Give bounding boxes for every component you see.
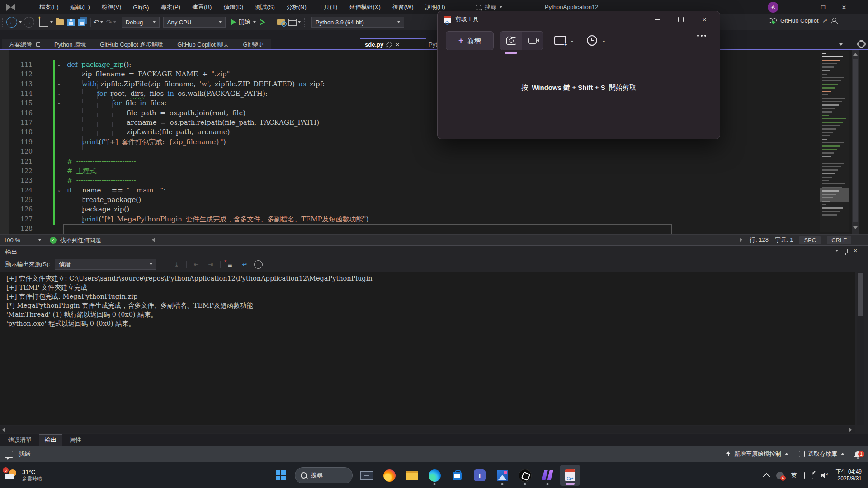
feedback-icon[interactable] xyxy=(5,451,13,458)
pin-icon[interactable] xyxy=(844,249,848,253)
tray-error-icon[interactable]: ✕ xyxy=(776,472,784,479)
undo-dropdown-icon[interactable] xyxy=(100,21,103,23)
taskbar-app-snipping-tool[interactable] xyxy=(560,465,580,486)
snip-shape-dropdown[interactable]: + ⌄ xyxy=(554,31,574,49)
output-source-dropdown[interactable]: 偵錯 xyxy=(55,259,156,270)
select-repository-button[interactable]: 選取存放庫 xyxy=(799,450,845,458)
taskbar-app-pc-monitor[interactable] xyxy=(356,465,377,486)
toolbar-drag-handle[interactable] xyxy=(304,18,309,27)
code-editor[interactable]: 111⌄def package_zip():112 zip_filename =… xyxy=(0,50,868,234)
record-mode-button[interactable] xyxy=(522,32,543,50)
new-dropdown-icon[interactable] xyxy=(50,21,53,23)
navigate-back-icon[interactable]: ← xyxy=(6,17,17,28)
history-clock-icon[interactable] xyxy=(254,260,263,269)
hscroll-right-icon[interactable] xyxy=(849,427,852,432)
code-line-115[interactable]: 115⌄ for file in files: xyxy=(0,99,850,108)
menu-10[interactable]: 工具(T) xyxy=(312,0,344,14)
tab-list-chevron-icon[interactable] xyxy=(839,43,843,46)
code-line-128[interactable]: 128 xyxy=(0,224,850,234)
code-line-118[interactable]: 118 zipf.write(file_path, arcname) xyxy=(0,127,850,137)
panel-tab-3[interactable]: 屬性 xyxy=(64,435,87,446)
menu-2[interactable]: 編輯(E) xyxy=(65,0,96,14)
taskbar-app-photos[interactable] xyxy=(492,465,513,486)
panel-tab-1[interactable]: 錯誤清單 xyxy=(3,435,37,446)
output-horizontal-scrollbar[interactable] xyxy=(0,426,855,433)
code-line-121[interactable]: 121# -------------------------- xyxy=(0,157,850,167)
open-folder-icon[interactable] xyxy=(56,19,64,25)
solution-config-dropdown[interactable]: Debug xyxy=(122,17,160,28)
fold-collapse-icon[interactable]: ⌄ xyxy=(57,61,61,67)
search-solution-icon[interactable] xyxy=(277,19,285,25)
taskbar-app-chatgpt[interactable] xyxy=(514,465,535,486)
undo-icon[interactable]: ↶ xyxy=(93,18,99,27)
live-share-icon[interactable] xyxy=(288,19,297,26)
menu-3[interactable]: 檢視(V) xyxy=(96,0,127,14)
new-snip-button[interactable]: + 新增 xyxy=(446,31,494,50)
code-line-127[interactable]: 127 print("[*] MegaPythonPlugin 套件生成完成，含… xyxy=(0,215,850,225)
person-add-icon[interactable] xyxy=(831,18,837,23)
code-line-126[interactable]: 126 package_zip() xyxy=(0,205,850,215)
taskbar-app-copilot-n[interactable] xyxy=(537,465,558,486)
tool-tab-4[interactable]: GitHub Copilot 聊天 xyxy=(170,39,236,50)
menu-8[interactable]: 測試(S) xyxy=(249,0,280,14)
navigate-forward-icon[interactable]: → xyxy=(24,17,34,28)
screenshot-mode-button[interactable] xyxy=(500,32,522,50)
redo-icon[interactable]: ↷ xyxy=(106,18,112,27)
scroll-down-icon[interactable] xyxy=(853,226,858,229)
back-dropdown-icon[interactable] xyxy=(19,21,22,23)
taskbar-app-edge[interactable] xyxy=(424,465,445,486)
menu-4[interactable]: Git(G) xyxy=(127,0,155,14)
save-icon[interactable] xyxy=(67,19,75,26)
tool-tab-2[interactable]: Python 環境 xyxy=(47,39,93,50)
maximize-button[interactable] xyxy=(669,11,693,28)
toolbar-overflow-icon[interactable] xyxy=(298,21,301,23)
code-line-113[interactable]: 113⌄ with zipfile.ZipFile(zip_filename, … xyxy=(0,80,850,89)
word-wrap-icon[interactable]: ↩ xyxy=(240,260,250,269)
ime-indicator[interactable]: 英 xyxy=(791,471,797,479)
redo-dropdown-icon[interactable] xyxy=(113,21,116,23)
pin-icon[interactable] xyxy=(36,42,40,47)
start-debug-button[interactable]: 開始 xyxy=(231,18,256,26)
tool-tab-3[interactable]: GitHub Copilot 逐步解說 xyxy=(93,39,170,50)
touch-keyboard-icon[interactable] xyxy=(804,472,813,479)
menu-12[interactable]: 視窗(W) xyxy=(387,0,420,14)
settings-gear-icon[interactable] xyxy=(858,41,865,47)
minimize-button[interactable]: — xyxy=(792,0,813,14)
code-line-122[interactable]: 122# 主程式 xyxy=(0,166,850,176)
close-button[interactable]: ✕ xyxy=(693,11,716,28)
close-panel-icon[interactable]: ✕ xyxy=(853,248,858,254)
code-line-114[interactable]: 114⌄ for root, dirs, files in os.walk(PA… xyxy=(0,89,850,99)
code-line-112[interactable]: 112 zip_filename = PACKAGE_NAME + ".zip" xyxy=(0,70,850,80)
taskbar-app-store[interactable] xyxy=(447,465,467,486)
output-vertical-scrollbar[interactable] xyxy=(857,272,864,425)
minimap-viewport[interactable] xyxy=(820,188,849,202)
indent-mode[interactable]: SPC xyxy=(799,236,821,244)
clear-all-icon[interactable]: ≣✕ xyxy=(225,260,235,269)
new-project-icon[interactable]: ✦ xyxy=(39,18,48,27)
editor-vertical-scrollbar[interactable] xyxy=(852,50,859,234)
platform-dropdown[interactable]: Any CPU xyxy=(163,17,226,28)
share-icon[interactable]: ↗ xyxy=(822,17,828,24)
scrollbar-thumb[interactable] xyxy=(853,59,858,222)
clock[interactable]: 下午 04:49 2025/8/31 xyxy=(836,469,862,482)
tool-tab-5[interactable]: Git 變更 xyxy=(236,39,270,50)
output-text-area[interactable]: [+] 套件文件夾建立: C:\Users\sandr\source\repos… xyxy=(0,272,855,425)
taskbar-search[interactable]: 搜尋 xyxy=(295,467,353,483)
menu-7[interactable]: 偵錯(D) xyxy=(217,0,249,14)
code-line-120[interactable]: 120 xyxy=(0,147,850,157)
tab-sde-py[interactable]: sde.py ✕ xyxy=(360,38,426,50)
avatar[interactable]: 秀 xyxy=(768,2,778,13)
start-without-debug-icon[interactable] xyxy=(260,19,265,25)
panel-tab-2[interactable]: 輸出 xyxy=(39,434,62,446)
menu-1[interactable]: 檔案(F) xyxy=(33,0,65,14)
scroll-up-icon[interactable] xyxy=(853,53,858,56)
tray-expand-icon[interactable] xyxy=(763,473,770,480)
menu-11[interactable]: 延伸模組(X) xyxy=(343,0,386,14)
code-line-111[interactable]: 111⌄def package_zip(): xyxy=(0,60,850,70)
menu-6[interactable]: 建置(B) xyxy=(186,0,217,14)
panel-dropdown-icon[interactable] xyxy=(835,250,838,252)
fold-collapse-icon[interactable]: ⌄ xyxy=(57,187,61,193)
fold-collapse-icon[interactable]: ⌄ xyxy=(57,81,61,87)
fold-collapse-icon[interactable]: ⌄ xyxy=(57,100,61,106)
tool-tab-1[interactable]: 方案總管 xyxy=(2,39,47,50)
